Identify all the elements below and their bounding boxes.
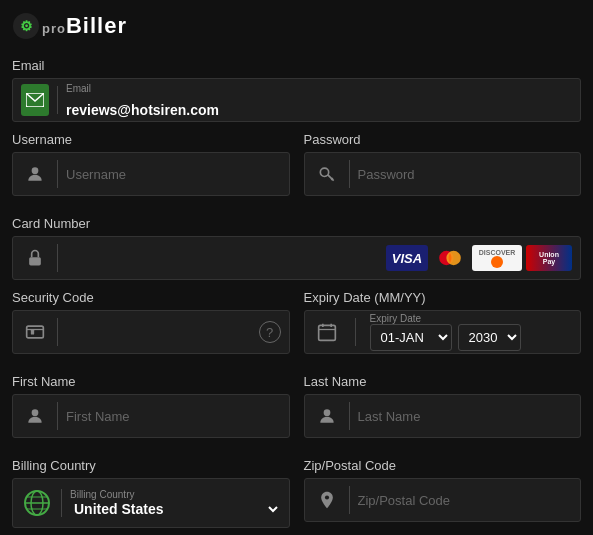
card-number-input[interactable] (66, 237, 386, 279)
password-input[interactable] (358, 153, 573, 195)
first-name-input[interactable] (66, 395, 281, 437)
lock-icon (21, 244, 49, 272)
billing-country-section: Billing Country Billing Country United S… (12, 458, 290, 528)
discover-icon: DISCOVER (472, 245, 522, 271)
first-name-label: First Name (12, 374, 290, 389)
expiry-divider (355, 318, 356, 346)
billing-country-label: Billing Country (12, 458, 290, 473)
card-divider (57, 244, 58, 272)
last-name-label: Last Name (304, 374, 582, 389)
svg-point-16 (32, 409, 39, 416)
security-code-section: Security Code ? (12, 290, 290, 354)
zip-divider (349, 486, 350, 514)
last-name-user-icon (313, 402, 341, 430)
calendar-icon (313, 318, 341, 346)
expiry-section: Expiry Date (MM/YY) Expiry Date 01-JAN 0… (304, 290, 582, 354)
password-section: Password (304, 132, 582, 196)
svg-point-17 (323, 409, 330, 416)
svg-point-23 (324, 495, 328, 499)
mastercard-icon (432, 245, 468, 271)
password-divider (349, 160, 350, 188)
email-section: Email Email reviews@hotsiren.com (12, 58, 581, 122)
last-name-section: Last Name (304, 374, 582, 438)
security-expiry-row: Security Code ? Expiry Date (MM/YY) (12, 290, 581, 364)
first-name-section: First Name (12, 374, 290, 438)
email-label-small: Email (66, 83, 219, 94)
key-icon (313, 160, 341, 188)
expiry-year-select[interactable]: 2024 2025 2026 2027 2028 2029 2030 2031 … (458, 324, 521, 351)
svg-rect-9 (27, 326, 44, 338)
name-row: First Name Last Name (12, 374, 581, 448)
username-divider (57, 160, 58, 188)
visa-icon: VISA (386, 245, 428, 271)
billing-country-wrapper: Billing Country United States Canada Uni… (12, 478, 290, 528)
first-name-divider (57, 402, 58, 430)
country-inner: Billing Country United States Canada Uni… (70, 489, 281, 518)
card-number-label: Card Number (12, 216, 581, 231)
expiry-inner: Expiry Date 01-JAN 02-FEB 03-MAR 04-APR … (370, 313, 573, 351)
unionpay-icon: UnionPay (526, 245, 572, 271)
user-icon (21, 160, 49, 188)
svg-point-4 (32, 167, 39, 174)
username-input[interactable] (66, 153, 281, 195)
first-name-user-icon (21, 402, 49, 430)
zip-label: Zip/Postal Code (304, 458, 582, 473)
card-chip-icon (21, 318, 49, 346)
first-name-input-wrapper (12, 394, 290, 438)
security-code-input-wrapper: ? (12, 310, 290, 354)
zip-input-wrapper (304, 478, 582, 522)
last-name-input[interactable] (358, 395, 573, 437)
last-name-input-wrapper (304, 394, 582, 438)
billing-country-label-small: Billing Country (70, 489, 281, 500)
logo-text: proBiller (42, 13, 127, 39)
logo-area: ⚙ proBiller (12, 12, 581, 40)
svg-point-5 (320, 168, 328, 176)
svg-rect-6 (29, 257, 41, 265)
password-label: Password (304, 132, 582, 147)
globe-icon (21, 487, 53, 519)
username-label: Username (12, 132, 290, 147)
pin-icon (313, 486, 341, 514)
username-section: Username (12, 132, 290, 196)
svg-text:⚙: ⚙ (20, 18, 33, 34)
email-icon (21, 86, 49, 114)
email-input-wrapper: Email reviews@hotsiren.com (12, 78, 581, 122)
last-name-divider (349, 402, 350, 430)
svg-rect-10 (31, 330, 34, 335)
country-divider (61, 489, 62, 517)
expiry-selects: 01-JAN 02-FEB 03-MAR 04-APR 05-MAY 06-JU… (370, 324, 573, 351)
security-code-label: Security Code (12, 290, 290, 305)
security-code-input[interactable] (66, 311, 253, 353)
billing-country-select[interactable]: United States Canada United Kingdom Aust… (70, 500, 281, 518)
svg-rect-12 (318, 325, 335, 340)
email-value-area: Email reviews@hotsiren.com (66, 83, 219, 118)
username-input-wrapper (12, 152, 290, 196)
svg-point-8 (446, 251, 460, 265)
expiry-month-select[interactable]: 01-JAN 02-FEB 03-MAR 04-APR 05-MAY 06-JU… (370, 324, 452, 351)
email-divider (57, 86, 58, 114)
help-icon[interactable]: ? (259, 321, 281, 343)
logo-icon: ⚙ (12, 12, 40, 40)
country-zip-row: Billing Country Billing Country United S… (12, 458, 581, 535)
expiry-input-wrapper: Expiry Date 01-JAN 02-FEB 03-MAR 04-APR … (304, 310, 582, 354)
email-label: Email (12, 58, 581, 73)
zip-input[interactable] (358, 479, 573, 521)
card-number-section: Card Number VISA DISCOVER (12, 216, 581, 280)
password-input-wrapper (304, 152, 582, 196)
expiry-label: Expiry Date (MM/YY) (304, 290, 582, 305)
username-password-row: Username Password (12, 132, 581, 206)
expiry-label-small: Expiry Date (370, 313, 573, 324)
zip-section: Zip/Postal Code (304, 458, 582, 528)
card-number-input-wrapper: VISA DISCOVER UnionPay (12, 236, 581, 280)
security-divider (57, 318, 58, 346)
email-value: reviews@hotsiren.com (66, 102, 219, 118)
card-brand-icons: VISA DISCOVER UnionPay (386, 245, 572, 271)
